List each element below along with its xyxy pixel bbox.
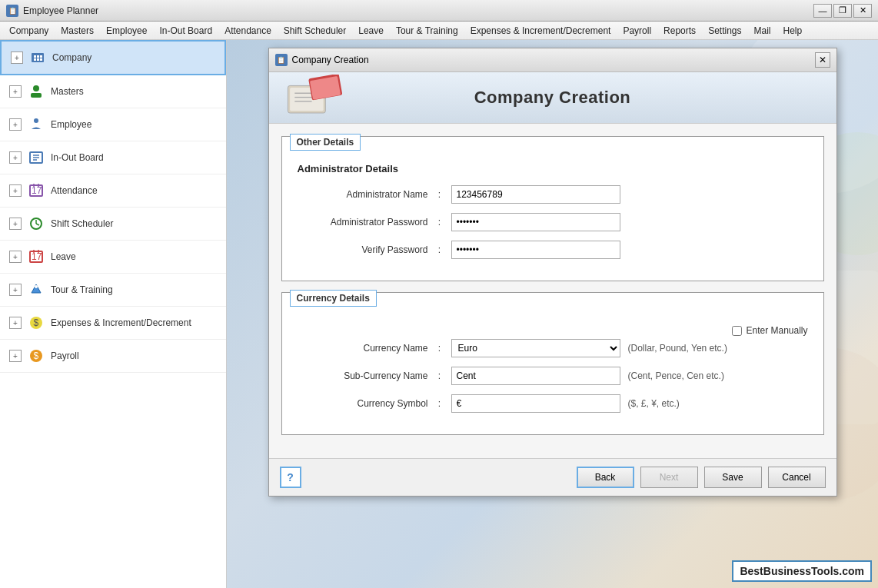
currency-name-label: Currency Name <box>298 343 428 354</box>
currency-symbol-colon: : <box>428 398 451 409</box>
dialog-title-icon: 📋 <box>275 54 288 66</box>
menu-employee[interactable]: Employee <box>100 23 153 38</box>
menu-leave[interactable]: Leave <box>352 23 390 38</box>
sidebar-item-tour-training[interactable]: + Tour & Training <box>0 274 226 307</box>
restore-button[interactable]: ❐ <box>833 4 852 18</box>
svg-point-7 <box>33 85 39 91</box>
currency-name-select[interactable]: Euro Dollar Pound Yen <box>451 339 620 357</box>
sidebar-item-leave[interactable]: + 17 Leave <box>0 241 226 274</box>
sidebar-item-company[interactable]: + Company <box>0 40 226 75</box>
menu-shift-scheduler[interactable]: Shift Scheduler <box>278 23 352 38</box>
sidebar-item-in-out-board[interactable]: + In-Out Board <box>0 141 226 174</box>
expand-icon-company[interactable]: + <box>11 51 23 64</box>
sidebar-item-employee[interactable]: + Employee <box>0 108 226 141</box>
admin-name-row: Administrator Name : <box>298 185 808 204</box>
menu-bar: Company Masters Employee In-Out Board At… <box>0 22 878 40</box>
save-button[interactable]: Save <box>704 467 762 488</box>
watermark: BestBusinessTools.com <box>732 560 872 582</box>
svg-rect-6 <box>40 58 42 61</box>
sub-currency-name-input[interactable] <box>451 367 620 385</box>
sidebar-label-expenses: Expenses & Increment/Decrement <box>51 317 191 328</box>
admin-name-colon: : <box>428 189 451 200</box>
currency-details-content: Enter Manually Currency Name : Euro Doll… <box>282 307 823 434</box>
close-button[interactable]: ✕ <box>853 4 872 18</box>
expand-icon-expenses[interactable]: + <box>9 317 22 329</box>
app-title: Employee Planner <box>23 5 98 16</box>
sidebar-label-masters: Masters <box>51 86 84 97</box>
menu-attendance[interactable]: Attendance <box>218 23 278 38</box>
menu-reports[interactable]: Reports <box>657 23 702 38</box>
main-layout: + Company + Masters + Employee + <box>0 40 878 588</box>
menu-in-out-board[interactable]: In-Out Board <box>153 23 218 38</box>
sidebar-label-tour-training: Tour & Training <box>51 284 113 295</box>
back-button[interactable]: Back <box>577 467 634 488</box>
dialog-header-title: Company Creation <box>474 88 631 108</box>
svg-rect-5 <box>37 58 39 61</box>
other-details-label: Other Details <box>290 134 361 151</box>
employee-icon <box>28 116 45 133</box>
svg-rect-1 <box>34 55 36 58</box>
expand-icon-leave[interactable]: + <box>9 251 22 263</box>
cancel-button[interactable]: Cancel <box>768 467 826 488</box>
sidebar-label-leave: Leave <box>51 251 76 262</box>
expand-icon-attendance[interactable]: + <box>9 184 22 197</box>
svg-point-9 <box>34 118 38 123</box>
verify-password-row: Verify Password : <box>298 241 808 259</box>
expand-icon-shift-scheduler[interactable]: + <box>9 218 22 230</box>
currency-name-hint: (Dollar, Pound, Yen etc.) <box>628 343 727 354</box>
enter-manually-label: Enter Manually <box>746 325 807 336</box>
dialog-titlebar: 📋 Company Creation ✕ <box>269 48 836 72</box>
svg-rect-3 <box>40 55 42 58</box>
currency-symbol-label: Currency Symbol <box>298 398 428 409</box>
enter-manually-row: Enter Manually <box>298 319 808 339</box>
admin-name-input[interactable] <box>451 185 620 204</box>
expenses-icon: $ <box>28 314 45 331</box>
admin-password-input[interactable] <box>451 213 620 231</box>
sidebar-label-employee: Employee <box>51 119 91 130</box>
sidebar-item-masters[interactable]: + Masters <box>0 75 226 108</box>
expand-icon-tour-training[interactable]: + <box>9 284 22 296</box>
help-button[interactable]: ? <box>280 467 301 488</box>
admin-name-label: Administrator Name <box>298 189 428 200</box>
currency-name-row: Currency Name : Euro Dollar Pound Yen (D… <box>298 339 808 357</box>
admin-details-subtitle: Administrator Details <box>298 163 808 174</box>
sidebar: + Company + Masters + Employee + <box>0 40 227 588</box>
expand-icon-employee[interactable]: + <box>9 118 22 131</box>
expand-icon-payroll[interactable]: + <box>9 350 22 362</box>
sub-currency-name-hint: (Cent, Pence, Cen etc.) <box>628 370 724 381</box>
admin-password-row: Administrator Password : <box>298 213 808 231</box>
leave-icon: 17 <box>28 248 45 265</box>
menu-tour-training[interactable]: Tour & Training <box>390 23 464 38</box>
attendance-icon: 17 <box>28 182 45 199</box>
app-icon: 📋 <box>6 5 18 17</box>
verify-password-colon: : <box>428 244 451 255</box>
dialog-close-button[interactable]: ✕ <box>815 52 830 68</box>
expand-icon-masters[interactable]: + <box>9 85 22 98</box>
menu-expenses[interactable]: Expenses & Increment/Decrement <box>464 23 617 38</box>
sidebar-item-expenses[interactable]: + $ Expenses & Increment/Decrement <box>0 307 226 340</box>
sidebar-item-shift-scheduler[interactable]: + Shift Scheduler <box>0 208 226 241</box>
currency-details-section: Currency Details Enter Manually Currency… <box>281 292 824 435</box>
menu-mail[interactable]: Mail <box>747 23 777 38</box>
sidebar-item-attendance[interactable]: + 17 Attendance <box>0 174 226 208</box>
dialog-titlebar-left: 📋 Company Creation <box>275 54 369 66</box>
sidebar-label-shift-scheduler: Shift Scheduler <box>51 218 113 229</box>
tour-training-icon <box>28 281 45 298</box>
verify-password-input[interactable] <box>451 241 620 259</box>
sidebar-item-payroll[interactable]: + $ Payroll <box>0 340 226 373</box>
payroll-icon: $ <box>28 347 45 364</box>
enter-manually-checkbox[interactable] <box>732 326 742 336</box>
sidebar-label-payroll: Payroll <box>51 350 79 361</box>
currency-name-colon: : <box>428 343 451 354</box>
currency-symbol-input[interactable] <box>451 394 620 413</box>
svg-point-25 <box>35 285 38 288</box>
menu-help[interactable]: Help <box>777 23 809 38</box>
minimize-button[interactable]: — <box>813 4 832 18</box>
sidebar-label-in-out-board: In-Out Board <box>51 152 104 163</box>
next-button[interactable]: Next <box>640 467 698 488</box>
menu-settings[interactable]: Settings <box>702 23 747 38</box>
expand-icon-in-out-board[interactable]: + <box>9 151 22 164</box>
menu-masters[interactable]: Masters <box>55 23 100 38</box>
menu-payroll[interactable]: Payroll <box>617 23 657 38</box>
menu-company[interactable]: Company <box>3 23 55 38</box>
